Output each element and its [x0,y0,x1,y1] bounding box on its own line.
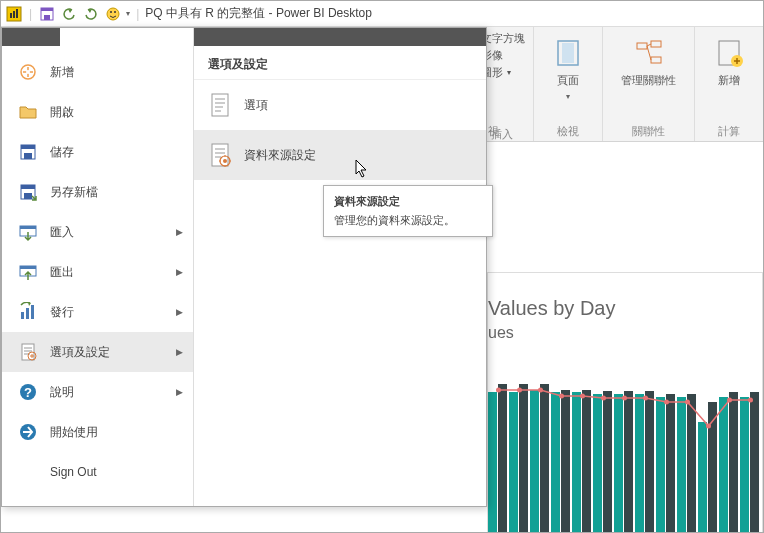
file-item-label: 選項及設定 [50,344,110,361]
bar-teal [677,397,686,532]
file-item-label: 發行 [50,304,74,321]
bar-group [656,394,675,532]
file-item-0[interactable]: 新增 [2,52,193,92]
file-item-3[interactable]: 另存新檔 [2,172,193,212]
save-icon[interactable] [38,5,56,23]
tooltip-body: 管理您的資料來源設定。 [334,213,482,228]
file-item-icon [18,62,38,82]
page-label: 頁面 [557,73,579,88]
submenu-item-label: 資料來源設定 [244,147,316,164]
relations-button[interactable]: 管理關聯性 [611,31,686,90]
file-item-1[interactable]: 開啟 [2,92,193,132]
redo-icon[interactable] [82,5,100,23]
svg-rect-37 [31,305,34,319]
svg-rect-2 [13,11,15,18]
svg-rect-26 [21,145,35,149]
svg-rect-32 [20,226,36,229]
svg-point-7 [107,8,119,20]
svg-rect-34 [20,266,36,269]
submenu-header: 選項及設定 [194,46,486,80]
svg-rect-35 [21,312,24,319]
bar-teal [740,397,749,532]
newmeasure-button[interactable]: 新增 [703,31,755,90]
app-icon [5,5,23,23]
file-item-icon [18,222,38,242]
svg-point-46 [223,159,227,163]
insert-group-label: 插入 [491,127,513,142]
bar-group [740,392,759,532]
calc-group-label: 計算 [718,124,740,139]
svg-point-24 [26,70,30,74]
bar-dark [582,390,591,532]
bar-dark [561,390,570,532]
ribbon-group-relations: 管理關聯性 關聯性 [603,27,695,141]
file-item-icon [18,462,38,482]
chevron-right-icon: ▶ [176,227,183,237]
svg-text:?: ? [24,385,32,400]
submenu-item-0[interactable]: 選項 [194,80,486,130]
svg-rect-30 [24,193,32,199]
bar-teal [509,392,518,532]
bar-group [614,391,633,532]
bar-group [698,402,717,532]
chart-subtitle: ues [488,324,762,342]
file-item-5[interactable]: 匯出▶ [2,252,193,292]
bar-dark [498,384,507,532]
tooltip-title: 資料來源設定 [334,194,482,209]
submenu-item-1[interactable]: 資料來源設定 [194,130,486,180]
bar-dark [645,391,654,532]
svg-rect-20 [651,57,661,63]
file-item-icon [18,102,38,122]
svg-rect-43 [212,94,228,116]
file-menu: 新增開啟儲存另存新檔匯入▶匯出▶發行▶選項及設定▶?說明▶開始使用Sign Ou… [1,27,487,507]
ribbon-group-calc: 新增 計算 [695,27,763,141]
file-item-8[interactable]: ?說明▶ [2,372,193,412]
bar-teal [698,422,707,532]
bar-group [635,391,654,532]
bar-dark [519,384,528,532]
file-item-2[interactable]: 儲存 [2,132,193,172]
dropdown-caret-icon[interactable]: ▾ [126,9,130,18]
svg-rect-3 [16,9,18,18]
file-item-label: 開啟 [50,104,74,121]
svg-rect-27 [24,153,32,159]
file-item-label: 開始使用 [50,424,98,441]
file-menu-header-bar [2,28,60,46]
page-button[interactable]: 頁面 ▾ [542,31,594,103]
file-item-icon [18,142,38,162]
bar-group [509,384,528,532]
file-item-9[interactable]: 開始使用 [2,412,193,452]
bar-group [572,390,591,532]
ribbon-group-page: 頁面 ▾ 檢視 [534,27,603,141]
file-item-label: Sign Out [50,465,97,479]
bar-dark [624,391,633,532]
window-title: PQ 中具有 R 的完整值 - Power BI Desktop [145,5,372,22]
submenu-item-label: 選項 [244,97,268,114]
undo-icon[interactable] [60,5,78,23]
file-item-label: 說明 [50,384,74,401]
bar-dark [729,392,738,532]
smiley-icon[interactable] [104,5,122,23]
submenu-item-icon [208,142,232,168]
chart-area: Values by Day ues [487,142,763,532]
file-item-6[interactable]: 發行▶ [2,292,193,332]
tooltip: 資料來源設定 管理您的資料來源設定。 [323,185,493,237]
newmeasure-label: 新增 [718,73,740,88]
bar-group [530,384,549,532]
title-bar: | ▾ | PQ 中具有 R 的完整值 - Power BI Desktop [1,1,763,27]
file-item-7[interactable]: 選項及設定▶ [2,332,193,372]
file-item-10[interactable]: Sign Out [2,452,193,492]
chevron-right-icon: ▶ [176,307,183,317]
bar-group [488,384,507,532]
file-item-icon: ? [18,382,38,402]
file-submenu: 選項及設定 選項資料來源設定 [194,28,486,506]
chart-title: Values by Day [488,283,762,324]
bar-group [551,390,570,532]
file-item-icon [18,302,38,322]
relations-label: 管理關聯性 [621,73,676,88]
chevron-right-icon: ▶ [176,387,183,397]
bar-teal [635,394,644,532]
chevron-right-icon: ▶ [176,347,183,357]
file-item-4[interactable]: 匯入▶ [2,212,193,252]
chart-canvas [488,372,762,532]
